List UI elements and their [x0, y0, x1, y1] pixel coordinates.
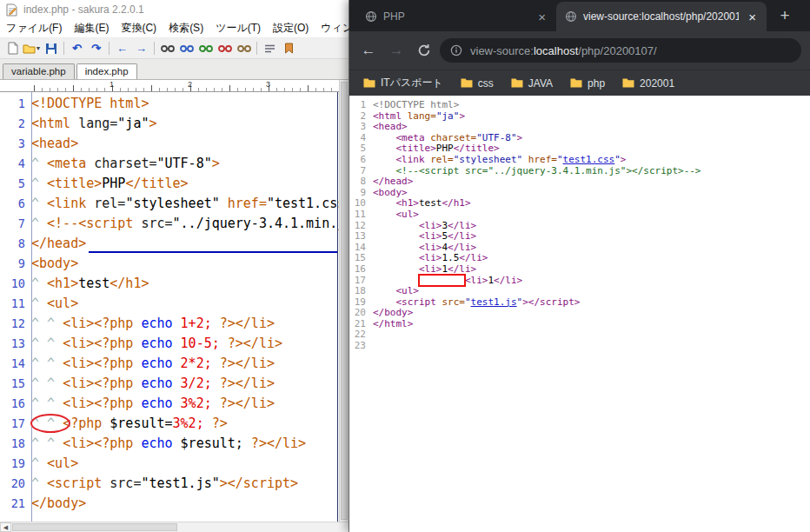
- editor-line[interactable]: 20^ <script src="test1.js"></script>: [0, 474, 339, 494]
- editor-line[interactable]: 2<html lang="ja">: [0, 114, 339, 134]
- menu-item[interactable]: 検索(S): [163, 19, 209, 37]
- menu-item[interactable]: ファイル(F): [0, 19, 68, 37]
- source-line: 10 <h1>test</h1>: [351, 198, 810, 209]
- save-button[interactable]: [42, 40, 60, 57]
- source-segment: >: [621, 154, 627, 165]
- editor-tab[interactable]: index.php: [76, 63, 137, 79]
- forward-button[interactable]: →: [384, 38, 408, 63]
- editor-line[interactable]: 17^ ^ <?php $result=3%2; ?>: [0, 414, 339, 434]
- bookmark-item[interactable]: ITパスポート: [363, 76, 443, 90]
- find-button[interactable]: [158, 40, 176, 57]
- ruler-number: 1: [110, 80, 114, 89]
- editor-line[interactable]: 7^ <!--<script src="../jquery-3.4.1.min.…: [0, 214, 339, 234]
- editor-line[interactable]: 16^ ^ <li><?php echo 3%2; ?></li>: [0, 394, 339, 414]
- source-link[interactable]: test1.js: [471, 296, 517, 308]
- editor-line[interactable]: 15^ ^ <li><?php echo 3/2; ?></li>: [0, 374, 339, 394]
- menu-item[interactable]: 編集(E): [68, 19, 115, 37]
- editor-line[interactable]: 19^ <ul>: [0, 454, 339, 474]
- browser-tab[interactable]: PHP×: [356, 2, 556, 31]
- editor-line[interactable]: 5^ <title>PHP</title>: [0, 174, 339, 194]
- redo-button[interactable]: ↷: [87, 40, 105, 57]
- code-segment: <meta: [47, 156, 94, 171]
- code-segment: "test1.js": [141, 475, 219, 491]
- source-link[interactable]: test1.css: [563, 154, 615, 165]
- editor-line[interactable]: 14^ ^ <li><?php echo 2*2; ?></li>: [0, 354, 339, 374]
- grep-button[interactable]: [235, 40, 253, 57]
- menu-item[interactable]: 設定(O): [267, 19, 315, 37]
- line-text: ^ ^ <li><?php echo 1+2; ?></li>: [30, 314, 339, 334]
- find-prev-button[interactable]: [196, 40, 215, 57]
- editor-line[interactable]: 21</body>: [0, 494, 339, 514]
- editor-line[interactable]: 8</head>: [0, 234, 339, 254]
- bookmark-button[interactable]: [280, 40, 298, 57]
- editor-code[interactable]: 1<!DOCTYPE html>2<html lang="ja">3<head>…: [0, 92, 339, 522]
- bookmark-label: JAVA: [528, 77, 553, 90]
- tab-close-icon[interactable]: ×: [745, 10, 760, 24]
- editor-line[interactable]: 18^ ^ <li><?php echo $result; ?></li>: [0, 434, 339, 454]
- refresh-button[interactable]: [412, 38, 436, 63]
- bookmark-item[interactable]: php: [570, 77, 605, 90]
- bookmark-item[interactable]: JAVA: [511, 77, 553, 90]
- bookmark-item[interactable]: css: [461, 77, 494, 90]
- source-line: 21</html>: [351, 319, 810, 330]
- source-segment: [373, 275, 419, 286]
- bookmark-item[interactable]: 202001: [622, 77, 674, 90]
- outline-button[interactable]: [261, 40, 279, 57]
- toolbar-separator: [154, 42, 155, 55]
- back-button[interactable]: ←: [356, 38, 381, 63]
- editor-line[interactable]: 9<body>: [0, 254, 339, 274]
- editor-line[interactable]: 11^ <ul>: [0, 294, 339, 314]
- editor-main: 123 1<!DOCTYPE html>2<html lang="ja">3<h…: [0, 80, 339, 522]
- line-text: </head>: [30, 234, 339, 254]
- editor-vertical-scrollbar[interactable]: [339, 80, 349, 522]
- source-line: 17 <li>1</li>: [351, 276, 810, 287]
- tab-mark: ^: [47, 336, 63, 351]
- tab-mark: ^: [31, 176, 47, 191]
- search-back-button[interactable]: ←: [113, 40, 131, 57]
- editor-line[interactable]: 10^ <h1>test</h1>: [0, 274, 339, 294]
- address-bar[interactable]: view-source:localhost/php/20200107/: [440, 38, 801, 63]
- url-scheme: view-source:: [470, 44, 534, 57]
- scrollbar-thumb[interactable]: [12, 523, 177, 531]
- source-segment: "ja": [436, 110, 460, 122]
- source-segment: "UTF-8": [476, 132, 516, 143]
- find-next-button[interactable]: [177, 40, 196, 57]
- editor-tab[interactable]: variable.php: [3, 63, 75, 79]
- editor-line[interactable]: 3<head>: [0, 134, 339, 154]
- find-prev-icon: [199, 43, 213, 53]
- new-file-button[interactable]: [3, 40, 22, 57]
- ruler: 123: [0, 80, 339, 92]
- code-segment: $result=: [110, 416, 172, 431]
- editor-line[interactable]: 1<!DOCTYPE html>: [0, 94, 339, 114]
- open-file-button[interactable]: ▼: [23, 40, 41, 57]
- editor-line[interactable]: 6^ <link rel="stylesheet" href="test1.cs…: [0, 194, 339, 214]
- code-segment: echo: [141, 376, 180, 391]
- tab-mark: ^: [31, 376, 47, 391]
- source-segment: [373, 263, 419, 275]
- undo-button[interactable]: ↶: [68, 40, 86, 57]
- browser-tab[interactable]: view-source:localhost/php/20200107/×: [556, 2, 767, 31]
- scrollbar-thumb[interactable]: [341, 82, 348, 520]
- search-forward-button[interactable]: →: [132, 40, 150, 57]
- scroll-left-icon[interactable]: ◀: [0, 522, 11, 532]
- source-segment: charset=: [430, 132, 476, 143]
- editor-line[interactable]: 12^ ^ <li><?php echo 1+2; ?></li>: [0, 314, 339, 334]
- editor-line[interactable]: 13^ ^ <li><?php echo 10-5; ?></li>: [0, 334, 339, 354]
- line-number: 8: [0, 234, 30, 254]
- source-line: 8</head>: [351, 176, 810, 188]
- source-segment: test: [419, 197, 442, 209]
- editor-horizontal-scrollbar[interactable]: ◀: [0, 522, 349, 532]
- new-tab-button[interactable]: +: [773, 4, 796, 27]
- menu-item[interactable]: 変換(C): [115, 19, 163, 37]
- menu-item[interactable]: ツール(T): [209, 19, 267, 37]
- tab-mark: ^: [31, 456, 47, 471]
- tab-mark: ^: [47, 316, 63, 331]
- line-text: ^ ^ <li><?php echo $result; ?></li>: [30, 434, 339, 454]
- tab-mark: ^: [31, 316, 47, 331]
- code-segment: <li>: [63, 316, 94, 331]
- replace-button[interactable]: [216, 40, 234, 57]
- editor-line[interactable]: 4^ <meta charset="UTF-8">: [0, 154, 339, 174]
- tab-close-icon[interactable]: ×: [534, 10, 549, 24]
- info-icon[interactable]: [450, 44, 462, 57]
- code-segment: </title>: [125, 176, 188, 191]
